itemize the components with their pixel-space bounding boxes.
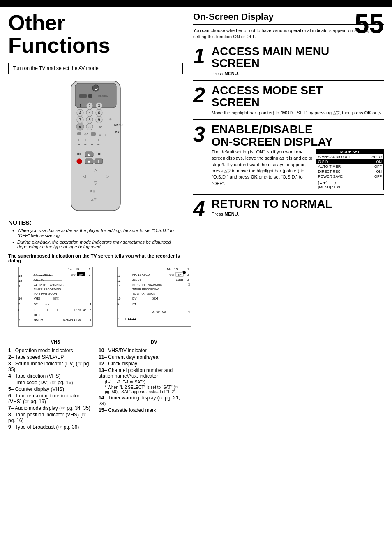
svg-text:☰: ☰ <box>109 111 111 114</box>
svg-text:L ▶▶◀◀ R: L ▶▶◀◀ R <box>125 318 139 320</box>
svg-text:12: 12 <box>18 279 22 283</box>
mode-set-label-svhs: S-VHS/AUDIO OUT <box>318 155 351 159</box>
svg-text:−: − <box>78 142 80 147</box>
mode-set-label-autotimer: AUTO TIMER <box>318 165 341 169</box>
svg-text:·−−−−+−−−−−+−−·: ·−−−−+−−−−−+−−· <box>39 309 62 311</box>
step-2-text: Move the highlight bar (pointer) to "MOD… <box>212 110 384 116</box>
svg-text:TIMER RECORDING: TIMER RECORDING <box>132 288 160 291</box>
mode-set-label-directrec: DIRECT REC <box>318 170 341 174</box>
svg-text:■: ■ <box>88 160 90 163</box>
svg-text:+: + <box>78 138 80 142</box>
svg-text:15: 15 <box>76 267 79 271</box>
notes-list: When you use this recorder as the player… <box>8 228 183 249</box>
dv-diagram-title: DV <box>107 339 201 344</box>
step-2-block: 2 ACCESS MODE SETSCREEN Move the highlig… <box>193 84 384 120</box>
svg-text:12: 12 <box>117 279 120 283</box>
svg-text:HI FI: HI FI <box>34 313 40 317</box>
svg-text:9: 9 <box>117 302 119 306</box>
num-2: 2– Tape speed SP/LP/EP <box>8 354 92 360</box>
mode-set-value-autotimer: OFF <box>374 165 382 169</box>
svg-text:MENU: MENU <box>114 124 123 127</box>
svg-text:8: 8 <box>88 118 90 122</box>
svg-rect-35 <box>91 132 96 136</box>
svg-text:△  ▽: △ ▽ <box>91 198 97 201</box>
step-1-heading: ACCESS MAIN MENUSCREEN <box>212 45 384 70</box>
svg-text:7: 7 <box>79 118 81 122</box>
step-3-block: 3 ENABLE/DISABLEON-SCREEN DISPLAY The de… <box>193 123 384 195</box>
svg-text:⏻: ⏻ <box>94 87 98 91</box>
svg-text:✕: ✕ <box>78 125 82 129</box>
notes-section: NOTES: When you use this recorder as the… <box>8 219 183 249</box>
step-4-number: 4 <box>193 198 212 219</box>
svg-text:⏮: ⏮ <box>77 152 81 156</box>
svg-text:14: 14 <box>167 267 171 271</box>
svg-text:−: − <box>84 142 87 147</box>
svg-text:6: 6 <box>90 318 91 322</box>
num-12: 12– Clock display <box>99 361 183 367</box>
svg-text:3: 3 <box>98 104 100 108</box>
dv-diagram: 14 15 1 SP 2 13 PR. 12 ABCD ⊙⊙ 16BIT 2 <box>107 267 201 344</box>
num-15: 15– Cassette loaded mark <box>99 407 183 413</box>
step-2-heading: ACCESS MODE SETSCREEN <box>212 84 384 109</box>
mode-set-value-powersave: OFF <box>374 174 382 179</box>
dv-numbered-list: 10– VHS/DV indicator 11– Current day/mon… <box>99 348 183 431</box>
svg-text:0: 0 <box>34 309 35 311</box>
superimposed-title: The superimposed indication on the TV sc… <box>8 253 183 263</box>
top-bar <box>0 0 392 7</box>
mode-set-value-svhs: AUTO <box>371 155 382 159</box>
note-item-1: When you use this recorder as the player… <box>12 228 183 238</box>
dv-diagram-svg: 14 15 1 SP 2 13 PR. 12 ABCD ⊙⊙ 16BIT 2 <box>107 267 201 337</box>
mode-set-label-powersave: POWER SAVE <box>318 174 343 179</box>
svg-text:NORM: NORM <box>34 318 43 322</box>
svg-text:8: 8 <box>18 308 20 312</box>
svg-text:11: 11 <box>18 284 22 288</box>
step-2-number: 2 <box>193 84 212 116</box>
svg-text:△: △ <box>94 168 97 172</box>
step-3-body: The default setting is "ON", so if you w… <box>212 149 384 190</box>
svg-point-54 <box>77 159 82 164</box>
num-9: 9– Type of Broadcast (☞ pg. 36) <box>8 424 92 430</box>
remote-svg: ⏻ RR·VIEW 1 2 3 4 ·5· 6 ☰ 7 <box>55 79 137 215</box>
svg-text:⊙⊙: ⊙⊙ <box>169 273 174 276</box>
svg-text:7: 7 <box>18 318 20 322</box>
svg-text:−1 : 23 : 45: −1 : 23 : 45 <box>72 309 86 311</box>
remote-image: ⏻ RR·VIEW 1 2 3 4 ·5· 6 ☰ 7 <box>8 79 183 215</box>
svg-text:15: 15 <box>174 267 178 271</box>
svg-text:SP: SP <box>178 273 182 276</box>
svg-text:PR. 12 ABCD: PR. 12 ABCD <box>132 273 150 276</box>
svg-text:4: 4 <box>90 302 91 306</box>
svg-text:///: /// <box>99 125 102 129</box>
note-item-2: During playback, the operation mode indi… <box>12 239 183 249</box>
svg-text:13: 13 <box>18 274 22 278</box>
mode-set-header: MODE SET <box>316 149 383 154</box>
svg-text:RR·VIEW: RR·VIEW <box>98 95 108 98</box>
step-3-text: The default setting is "ON", so if you w… <box>212 149 313 190</box>
step-4-text: Press MENU. <box>212 211 384 217</box>
num-7: 7– Audio mode display (☞ pg. 34, 35) <box>8 405 92 411</box>
svg-text:‖: ‖ <box>98 160 99 163</box>
svg-text:6: 6 <box>98 111 100 115</box>
svg-text:VHS: VHS <box>34 297 40 300</box>
svg-text:⌂: ⌂ <box>105 133 106 136</box>
svg-text:11: 11 <box>117 284 120 288</box>
left-column: OtherFunctions Turn on the TV and select… <box>8 12 189 431</box>
num-1: 1– Operation mode indicators <box>8 348 92 353</box>
step-3-content: ENABLE/DISABLEON-SCREEN DISPLAY The defa… <box>212 123 384 190</box>
mode-set-row-svhs: S-VHS/AUDIO OUT AUTO <box>316 154 383 159</box>
mode-set-value-directrec: ON <box>376 170 382 174</box>
svg-text:▷: ▷ <box>106 174 108 179</box>
step-4-content: RETURN TO NORMAL Press MENU. <box>212 198 384 219</box>
step-1-block: 1 ACCESS MAIN MENUSCREEN Press MENU. <box>193 45 384 81</box>
svg-text:9: 9 <box>98 118 100 122</box>
svg-text:2: 2 <box>89 273 90 276</box>
vhs-diagram-svg: 14 15 1 13 PR. 12 ABCD ⊙⊙ SP 2 12 <box>8 267 103 337</box>
svg-text:16BIT: 16BIT <box>176 278 184 281</box>
svg-text:−: − <box>97 142 100 147</box>
num-8: 8– Tape position indicator (VHS) (☞ pg. … <box>8 412 92 423</box>
vhs-diagram-title: VHS <box>8 339 103 344</box>
svg-text:2: 2 <box>88 104 90 108</box>
svg-text:OK: OK <box>115 131 120 134</box>
svg-text:1: 1 <box>89 267 91 271</box>
svg-text:⊙⊙: ⊙⊙ <box>71 273 76 276</box>
svg-text:◁: ◁ <box>83 174 85 179</box>
